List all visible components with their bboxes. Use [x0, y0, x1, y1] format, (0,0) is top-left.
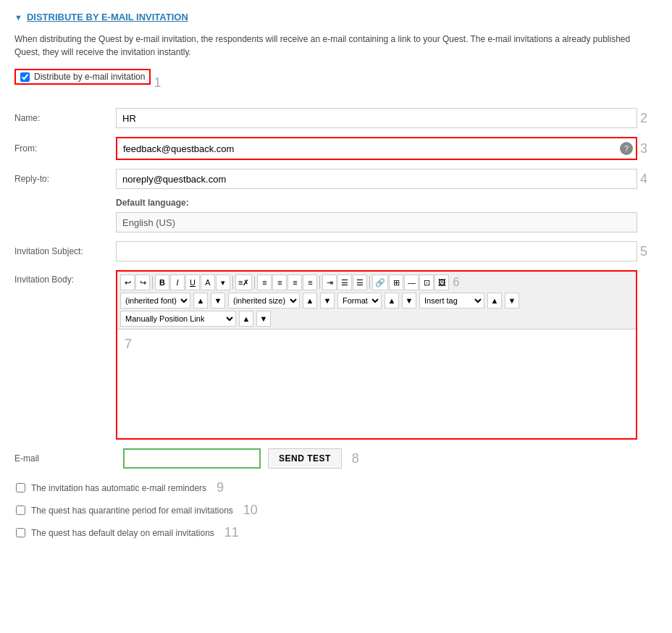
- numbered-list-button[interactable]: ☰: [353, 274, 367, 290]
- email-test-label: E-mail: [14, 453, 116, 464]
- from-field-wrapper: ?: [116, 137, 637, 160]
- insert-tag-select[interactable]: Insert tag: [419, 293, 484, 309]
- image-button[interactable]: 🖼: [434, 274, 449, 290]
- checkbox-quarantine[interactable]: [16, 506, 25, 515]
- section-description: When distributing the Quest by e-mail in…: [14, 33, 658, 59]
- insert-tag-down[interactable]: ▼: [505, 293, 519, 309]
- toolbar-sep5: [369, 276, 370, 289]
- editor-toolbar: ↩ ↪ B I U A ▾ ≡✗ ≡ ≡ ≡ ≡ ⇥ ☰ ☰ 🔗: [117, 272, 636, 330]
- language-value: English (US): [122, 217, 175, 228]
- replyto-input[interactable]: [116, 169, 637, 189]
- editor-body[interactable]: 7: [117, 330, 636, 438]
- insert-tag-up[interactable]: ▲: [487, 293, 502, 309]
- checkbox-row-2: The quest has quarantine period for emai…: [16, 503, 658, 518]
- toolbar-row3: Manually Position Link ▲ ▼: [120, 311, 633, 327]
- checkbox-quarantine-label: The quest has quarantine period for emai…: [31, 506, 233, 516]
- redo-button[interactable]: ↪: [135, 274, 150, 290]
- label-number-10: 10: [243, 503, 258, 518]
- label-number-1: 1: [154, 75, 161, 91]
- checkbox-row-1: The invitation has automatic e-mail remi…: [16, 480, 658, 495]
- checkbox-delay-label: The quest has default delay on email inv…: [31, 528, 214, 538]
- justify-button[interactable]: ≡: [303, 274, 317, 290]
- replyto-label: Reply-to:: [14, 174, 116, 184]
- invitation-body-row: Invitation Body: ↩ ↪ B I U A ▾ ≡✗ ≡ ≡ ≡ …: [14, 270, 658, 440]
- email-test-row: E-mail SEND TEST 8: [14, 448, 658, 469]
- checkbox-row-3: The quest has default delay on email inv…: [16, 525, 658, 540]
- label-number-5: 5: [640, 244, 647, 259]
- label-number-2: 2: [640, 111, 647, 126]
- format-down[interactable]: ▼: [402, 293, 416, 309]
- source-button[interactable]: ⊡: [419, 274, 434, 290]
- size-up[interactable]: ▲: [303, 293, 317, 309]
- name-input[interactable]: [116, 108, 637, 128]
- section-title: DISTRIBUTE BY E-MAIL INVITATION: [27, 12, 188, 22]
- toolbar-row2: (inherited font) ▲ ▼ (inherited size) ▲ …: [120, 293, 633, 309]
- editor-container: ↩ ↪ B I U A ▾ ≡✗ ≡ ≡ ≡ ≡ ⇥ ☰ ☰ 🔗: [116, 270, 637, 440]
- from-input[interactable]: [117, 138, 620, 159]
- from-row: From: ? 3: [14, 137, 658, 160]
- checkbox-reminders-label: The invitation has automatic e-mail remi…: [31, 483, 206, 493]
- format-up[interactable]: ▲: [385, 293, 399, 309]
- font-family-select[interactable]: (inherited font): [120, 293, 190, 309]
- underline-button[interactable]: U: [185, 274, 200, 290]
- toolbar-row1: ↩ ↪ B I U A ▾ ≡✗ ≡ ≡ ≡ ≡ ⇥ ☰ ☰ 🔗: [120, 274, 633, 290]
- invitation-subject-input[interactable]: [116, 241, 637, 261]
- manually-position-up[interactable]: ▲: [239, 311, 253, 327]
- checkbox-delay[interactable]: [16, 528, 25, 537]
- size-down[interactable]: ▼: [320, 293, 335, 309]
- undo-button[interactable]: ↩: [120, 274, 135, 290]
- default-language-section: Default language: English (US): [14, 198, 658, 232]
- toolbar-sep3: [254, 276, 255, 289]
- font-color-button[interactable]: A: [201, 274, 215, 290]
- replyto-row: Reply-to: 4: [14, 169, 658, 189]
- toolbar-sep2: [232, 276, 233, 289]
- bullet-list-button[interactable]: ☰: [337, 274, 352, 290]
- format-select[interactable]: Format: [337, 293, 382, 309]
- editor-number: 6: [453, 276, 459, 289]
- italic-button[interactable]: I: [170, 274, 185, 290]
- language-dropdown[interactable]: English (US): [116, 212, 637, 232]
- label-number-8: 8: [352, 451, 359, 466]
- label-number-11: 11: [224, 525, 239, 540]
- distribute-checkbox-row: Distribute by e-mail invitation: [14, 69, 151, 85]
- toolbar-sep1: [152, 276, 153, 289]
- checkbox-reminders[interactable]: [16, 483, 25, 492]
- font-up[interactable]: ▲: [193, 293, 208, 309]
- label-number-4: 4: [640, 172, 647, 187]
- send-test-button[interactable]: SEND TEST: [268, 448, 342, 469]
- editor-content-number: 7: [125, 337, 132, 351]
- invitation-subject-row: Invitation Subject: 5: [14, 241, 658, 261]
- distribute-checkbox[interactable]: [20, 72, 30, 82]
- bold-button[interactable]: B: [155, 274, 169, 290]
- label-number-9: 9: [217, 480, 224, 495]
- align-center-button[interactable]: ≡: [272, 274, 287, 290]
- font-size-select[interactable]: (inherited size): [228, 293, 300, 309]
- from-label: From:: [14, 143, 116, 154]
- indent-button[interactable]: ⇥: [322, 274, 337, 290]
- hr-button[interactable]: —: [404, 274, 419, 290]
- table-button[interactable]: ⊞: [389, 274, 403, 290]
- collapse-icon[interactable]: ▼: [14, 13, 22, 22]
- align-right-button[interactable]: ≡: [287, 274, 302, 290]
- default-language-label: Default language:: [116, 198, 658, 208]
- manually-position-select[interactable]: Manually Position Link: [120, 311, 236, 327]
- invitation-body-label: Invitation Body:: [14, 270, 116, 285]
- font-color-down[interactable]: ▾: [216, 274, 230, 290]
- clear-format-button[interactable]: ≡✗: [235, 274, 252, 290]
- link-button[interactable]: 🔗: [372, 274, 388, 290]
- name-label: Name:: [14, 113, 116, 123]
- help-icon[interactable]: ?: [620, 142, 633, 155]
- manually-position-down[interactable]: ▼: [256, 311, 271, 327]
- font-down[interactable]: ▼: [211, 293, 225, 309]
- name-row: Name: 2: [14, 108, 658, 128]
- toolbar-sep4: [319, 276, 320, 289]
- align-left-button[interactable]: ≡: [257, 274, 272, 290]
- email-test-input[interactable]: [123, 448, 261, 469]
- label-number-3: 3: [640, 141, 647, 156]
- invitation-subject-label: Invitation Subject:: [14, 246, 116, 256]
- section-header: ▼ DISTRIBUTE BY E-MAIL INVITATION: [14, 12, 658, 22]
- distribute-label: Distribute by e-mail invitation: [34, 72, 145, 82]
